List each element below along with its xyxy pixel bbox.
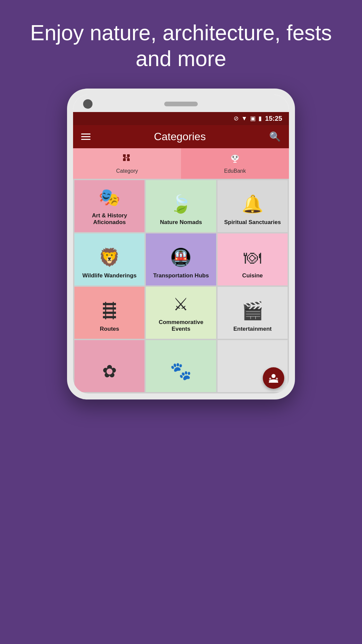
menu-line-3 <box>81 139 90 140</box>
menu-line-2 <box>81 136 90 137</box>
category-tab-label: Category <box>116 168 138 174</box>
art-history-icon: 🎭 <box>99 187 120 208</box>
category-wildlife[interactable]: 🦁 Wildlife Wanderings <box>74 233 144 285</box>
category-cuisine[interactable]: 🍽 Cuisine <box>218 233 288 285</box>
svg-point-11 <box>236 157 237 157</box>
category-pets[interactable]: 🐾 <box>146 340 216 392</box>
category-spiritual[interactable]: 🔔 Spiritual Sanctuaries <box>218 180 288 232</box>
art-history-label: Art & History Aficionados <box>78 212 141 226</box>
svg-rect-0 <box>123 154 126 157</box>
menu-button[interactable] <box>81 133 90 140</box>
category-commemorative[interactable]: ⚔ Commemorative Events <box>146 287 216 339</box>
speaker <box>164 102 198 106</box>
header-text: Enjoy nature, architecture, fests and mo… <box>0 0 362 89</box>
category-art-history[interactable]: 🎭 Art & History Aficionados <box>74 180 144 232</box>
phone-top-bar <box>73 95 289 112</box>
svg-point-14 <box>272 374 276 378</box>
tab-edubank[interactable]: EduBank <box>181 148 289 179</box>
svg-point-16 <box>269 378 271 380</box>
svg-rect-2 <box>123 158 126 161</box>
commemorative-icon: ⚔ <box>173 294 189 314</box>
app-bar: Categories 🔍 <box>73 125 289 148</box>
category-transportation[interactable]: 🚇 Transportation Hubs <box>146 233 216 285</box>
status-bar: ⊘ ▼ ▣ ▮ 15:25 <box>73 112 289 125</box>
fab-button[interactable] <box>263 367 284 389</box>
mute-icon: ⊘ <box>234 115 239 122</box>
category-tab-icon <box>122 153 132 166</box>
commemorative-label: Commemorative Events <box>149 319 213 333</box>
nature-nomads-label: Nature Nomads <box>160 219 202 226</box>
svg-rect-1 <box>127 154 130 157</box>
app-title: Categories <box>154 130 206 143</box>
nature-nomads-icon: 🍃 <box>170 194 192 214</box>
phone-frame: ⊘ ▼ ▣ ▮ 15:25 Categories 🔍 <box>67 89 295 399</box>
svg-rect-3 <box>127 158 130 161</box>
categories-grid: 🎭 Art & History Aficionados 🍃 Nature Nom… <box>73 179 289 393</box>
tab-category[interactable]: Category <box>73 148 181 179</box>
status-time: 15:25 <box>265 115 282 122</box>
phone-screen: ⊘ ▼ ▣ ▮ 15:25 Categories 🔍 <box>73 95 289 393</box>
flowers-icon: ✿ <box>102 361 117 381</box>
edubank-tab-icon <box>230 153 240 166</box>
tab-bar: Category EduBank <box>73 148 289 179</box>
svg-point-15 <box>276 378 278 380</box>
category-routes[interactable]: 🛤 Routes <box>74 287 144 339</box>
pets-icon: 🐾 <box>170 361 192 381</box>
search-icon[interactable]: 🔍 <box>269 131 281 142</box>
entertainment-icon: 🎬 <box>242 301 263 321</box>
battery-icon: ▮ <box>258 115 262 122</box>
transportation-icon: 🚇 <box>170 247 192 268</box>
wifi-icon: ▼ <box>241 115 247 122</box>
cuisine-label: Cuisine <box>242 272 263 279</box>
category-nature-nomads[interactable]: 🍃 Nature Nomads <box>146 180 216 232</box>
category-last[interactable] <box>218 340 288 392</box>
wildlife-label: Wildlife Wanderings <box>82 272 137 279</box>
camera <box>83 99 93 109</box>
routes-icon: 🛤 <box>101 301 118 321</box>
svg-point-10 <box>233 157 234 157</box>
spiritual-label: Spiritual Sanctuaries <box>224 219 281 226</box>
signal-icon: ▣ <box>250 115 256 122</box>
status-icons: ⊘ ▼ ▣ ▮ <box>234 115 262 122</box>
transportation-label: Transportation Hubs <box>153 272 209 279</box>
cuisine-icon: 🍽 <box>244 248 261 268</box>
category-flowers[interactable]: ✿ <box>74 340 144 392</box>
category-entertainment[interactable]: 🎬 Entertainment <box>218 287 288 339</box>
entertainment-label: Entertainment <box>233 326 272 332</box>
edubank-tab-label: EduBank <box>224 168 246 174</box>
wildlife-icon: 🦁 <box>99 247 120 268</box>
routes-label: Routes <box>100 326 119 332</box>
menu-line-1 <box>81 133 90 135</box>
spiritual-icon: 🔔 <box>242 194 263 214</box>
